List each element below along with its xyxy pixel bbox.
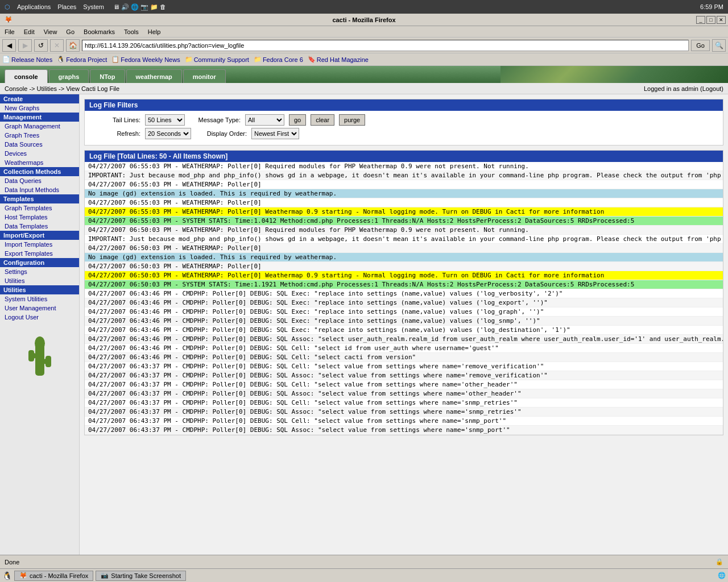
filter-body: Tail Lines: 50 Lines 10 Lines 20 Lines 1…	[85, 111, 723, 145]
sidebar-item-user-management[interactable]: User Management	[0, 304, 79, 313]
forward-button[interactable]: ▶	[18, 39, 32, 52]
log-row: 04/27/2007 06:43:46 PM - CMDPHP: Poller[…	[85, 289, 723, 298]
sidebar-section-management: Management Graph Management Graph Trees …	[0, 113, 79, 167]
bm-community-support[interactable]: 📁 Community Support	[185, 56, 249, 63]
tab-ntop[interactable]: NTop	[90, 69, 125, 83]
refresh-select[interactable]: 20 Seconds 10 Seconds 30 Seconds 60 Seco…	[145, 128, 191, 139]
log-header: Log File [Total Lines: 50 - All Items Sh…	[85, 151, 723, 162]
stop-button[interactable]: ✕	[50, 39, 64, 52]
tab-weathermap[interactable]: weathermap	[126, 69, 182, 83]
sidebar-item-graph-management[interactable]: Graph Management	[0, 122, 79, 131]
url-input[interactable]	[82, 40, 689, 51]
window-controls[interactable]: _ □ ✕	[696, 16, 728, 24]
log-row: 04/27/2007 06:43:37 PM - CMDPHP: Poller[…	[85, 426, 723, 435]
back-button[interactable]: ◀	[2, 39, 16, 52]
status-bar: Done 🔒	[0, 555, 728, 568]
log-box: Log File [Total Lines: 50 - All Items Sh…	[84, 150, 723, 435]
close-button[interactable]: ✕	[717, 16, 726, 24]
log-row: 04/27/2007 06:43:37 PM - CMDPHP: Poller[…	[85, 371, 723, 380]
sidebar: Create New Graphs Management Graph Manag…	[0, 94, 80, 555]
maximize-button[interactable]: □	[706, 16, 715, 24]
sidebar-item-data-templates[interactable]: Data Templates	[0, 222, 79, 231]
log-row: 04/27/2007 06:55:03 PM - WEATHERMAP: Pol…	[85, 180, 723, 189]
bookmarks-bar: 📄 Release Notes 🐧 Fedora Project 📋 Fedor…	[0, 53, 728, 66]
tab-graphs[interactable]: graphs	[49, 69, 89, 83]
svg-point-5	[35, 336, 45, 350]
bm-fedora-core[interactable]: 📁 Fedora Core 6	[254, 56, 303, 63]
sidebar-item-devices[interactable]: Devices	[0, 149, 79, 158]
breadcrumb: Console -> Utilities -> View Cacti Log F…	[5, 85, 119, 92]
go-button[interactable]: go	[289, 114, 306, 126]
menu-file[interactable]: File	[2, 28, 17, 35]
sidebar-section-import-export: Import/Export Import Templates Export Te…	[0, 231, 79, 258]
refresh-label: Refresh:	[89, 130, 140, 137]
log-row: IMPORTANT: Just because mod_php and php_…	[85, 171, 723, 180]
tail-lines-select[interactable]: 50 Lines 10 Lines 20 Lines 100 Lines 200…	[145, 114, 185, 126]
go-button[interactable]: Go	[691, 40, 710, 51]
log-row: 04/27/2007 06:43:37 PM - CMDPHP: Poller[…	[85, 398, 723, 408]
os-applications-menu[interactable]: Applications	[17, 3, 51, 10]
home-button[interactable]: 🏠	[66, 39, 80, 52]
os-bar-right: 6:59 PM	[700, 3, 723, 10]
sidebar-item-graph-trees[interactable]: Graph Trees	[0, 131, 79, 140]
menu-go[interactable]: Go	[64, 28, 77, 35]
menu-view[interactable]: View	[42, 28, 60, 35]
filter-box: Log File Filters Tail Lines: 50 Lines 10…	[84, 99, 723, 146]
tab-bar: console graphs NTop weathermap monitor	[0, 66, 728, 83]
sidebar-item-export-templates[interactable]: Export Templates	[0, 249, 79, 258]
status-icon: 🔒	[715, 558, 723, 566]
bm-fedora-weekly[interactable]: 📋 Fedora Weekly News	[111, 56, 180, 63]
sidebar-item-import-templates[interactable]: Import Templates	[0, 240, 79, 249]
purge-button[interactable]: purge	[339, 114, 365, 126]
os-system-menu[interactable]: System	[83, 3, 104, 10]
search-button[interactable]: 🔍	[712, 39, 726, 52]
clear-button[interactable]: clear	[311, 114, 334, 126]
bm-fedora-project[interactable]: 🐧 Fedora Project	[57, 56, 107, 63]
log-row: No image (gd) extension is loaded. This …	[85, 189, 723, 198]
sidebar-section-collection: Collection Methods Data Queries Data Inp…	[0, 167, 79, 194]
sidebar-item-system-utilities[interactable]: System Utilities	[0, 294, 79, 304]
tab-console[interactable]: console	[5, 69, 48, 83]
sidebar-item-new-graphs[interactable]: New Graphs	[0, 103, 79, 113]
browser-title: cacti - Mozilla Firefox	[332, 16, 395, 23]
log-row: 04/27/2007 06:50:03 PM - WEATHERMAP: Pol…	[85, 271, 723, 280]
sidebar-item-logout-user[interactable]: Logout User	[0, 313, 79, 322]
sidebar-section-utilities: Utilities System Utilities User Manageme…	[0, 285, 79, 322]
menu-edit[interactable]: Edit	[22, 28, 37, 35]
log-row: 04/27/2007 06:43:37 PM - CMDPHP: Poller[…	[85, 408, 723, 417]
cactus-logo	[0, 322, 79, 385]
svg-rect-2	[28, 350, 34, 361]
log-row: 04/27/2007 06:43:46 PM - CMDPHP: Poller[…	[85, 353, 723, 362]
sidebar-item-settings[interactable]: Settings	[0, 267, 79, 276]
browser-titlebar: 🦊 cacti - Mozilla Firefox _ □ ✕	[0, 14, 728, 26]
os-places-menu[interactable]: Places	[57, 3, 76, 10]
sidebar-item-weathermaps[interactable]: Weathermaps	[0, 158, 79, 167]
sidebar-item-utilities[interactable]: Utilities	[0, 276, 79, 285]
bm-redhat-magazine[interactable]: 🔖 Red Hat Magazine	[308, 56, 369, 63]
minimize-button[interactable]: _	[696, 16, 705, 24]
message-type-select[interactable]: All Stats Errors Warnings	[245, 114, 284, 126]
sidebar-item-host-templates[interactable]: Host Templates	[0, 213, 79, 222]
reload-button[interactable]: ↺	[34, 39, 48, 52]
os-logo-icon[interactable]: ⬡	[5, 3, 10, 11]
menu-tools[interactable]: Tools	[122, 28, 141, 35]
log-row: IMPORTANT: Just because mod_php and php_…	[85, 235, 723, 244]
svg-rect-4	[46, 356, 51, 367]
user-info: Logged in as admin (Logout)	[644, 85, 723, 92]
log-row: 04/27/2007 06:43:46 PM - CMDPHP: Poller[…	[85, 307, 723, 317]
log-row: 04/27/2007 06:50:03 PM - WEATHERMAP: Pol…	[85, 226, 723, 235]
menu-help[interactable]: Help	[146, 28, 163, 35]
sidebar-section-templates: Templates Graph Templates Host Templates…	[0, 194, 79, 231]
menu-bookmarks[interactable]: Bookmarks	[81, 28, 117, 35]
os-bar-left: ⬡ Applications Places System 🖥 🔊 🌐 📷 📁 🗑	[5, 3, 693, 11]
display-order-select[interactable]: Newest First Oldest First	[251, 128, 299, 139]
sidebar-item-data-queries[interactable]: Data Queries	[0, 176, 79, 185]
sidebar-item-graph-templates[interactable]: Graph Templates	[0, 203, 79, 213]
message-type-label: Message Type:	[189, 117, 241, 123]
sidebar-item-data-sources[interactable]: Data Sources	[0, 140, 79, 149]
tab-monitor[interactable]: monitor	[183, 69, 226, 83]
log-row: 04/27/2007 06:43:37 PM - CMDPHP: Poller[…	[85, 380, 723, 389]
bm-release-notes[interactable]: 📄 Release Notes	[2, 56, 52, 63]
os-bar: ⬡ Applications Places System 🖥 🔊 🌐 📷 📁 🗑…	[0, 0, 728, 14]
sidebar-item-data-input-methods[interactable]: Data Input Methods	[0, 185, 79, 194]
